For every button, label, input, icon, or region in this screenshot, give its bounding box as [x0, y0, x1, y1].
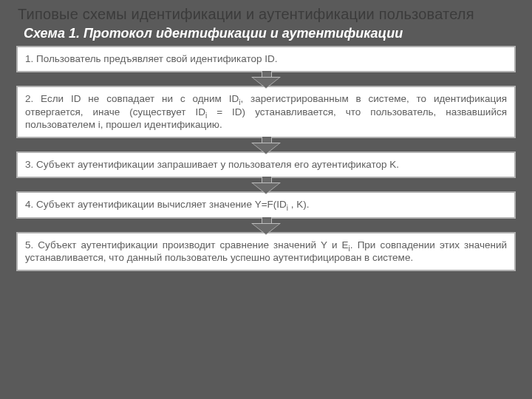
step-1: 1. Пользователь предъявляет свой идентиф…	[16, 46, 516, 72]
protocol-flow: 1. Пользователь предъявляет свой идентиф…	[13, 46, 519, 271]
arrow-icon	[248, 177, 284, 193]
arrow-icon	[248, 217, 284, 233]
step-5: 5. Субъект аутентификации производит сра…	[16, 232, 516, 272]
arrow-icon	[248, 71, 284, 87]
step-4: 4. Субъект аутентификации вычисляет знач…	[16, 191, 516, 218]
step-4-text-b: , K).	[288, 199, 310, 210]
step-1-text: 1. Пользователь предъявляет свой идентиф…	[25, 53, 278, 64]
step-2-text-a: 2. Если ID не совпадает ни с одним ID	[25, 93, 239, 104]
arrow-icon	[248, 137, 284, 153]
step-4-text-a: 4. Субъект аутентификации вычисляет знач…	[25, 199, 287, 210]
step-5-text-a: 5. Субъект аутентификации производит сра…	[25, 239, 349, 250]
slide-title: Типовые схемы идентификации и аутентифик…	[18, 6, 519, 23]
step-3: 3. Субъект аутентификации запрашивает у …	[16, 151, 516, 178]
slide: Типовые схемы идентификации и аутентифик…	[0, 0, 532, 399]
slide-subtitle: Схема 1. Протокол идентификации и аутент…	[24, 26, 519, 41]
step-2: 2. Если ID не совпадает ни с одним IDi, …	[16, 86, 516, 138]
step-3-text: 3. Субъект аутентификации запрашивает у …	[25, 159, 399, 170]
